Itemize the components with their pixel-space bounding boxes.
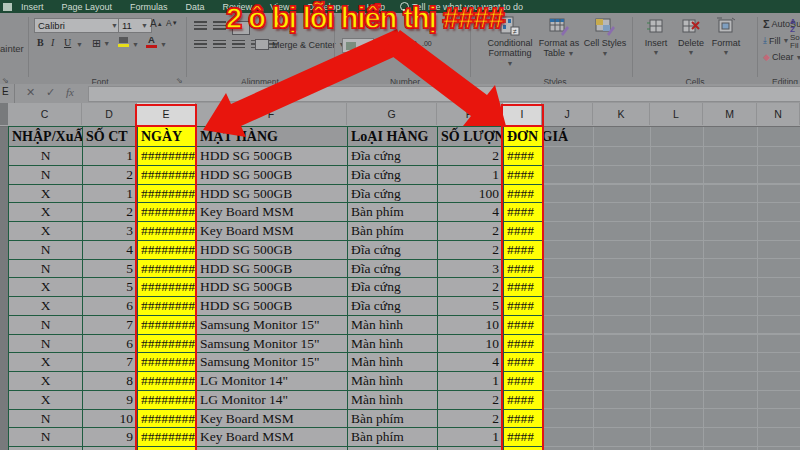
bold-button[interactable]: B (37, 37, 44, 48)
cell-so-ct-r13[interactable]: 8 (83, 372, 138, 391)
cell-so-ct-r14[interactable]: 9 (83, 391, 138, 410)
cell-nhap-xuat-r14[interactable]: X (9, 391, 83, 410)
header-cell-0[interactable]: NHẬP/XuẤT (9, 127, 83, 147)
formula-input[interactable] (88, 86, 800, 102)
cell-loai-hang-r4[interactable]: Bàn phím (348, 203, 438, 222)
cell-nhap-xuat-r13[interactable]: X (9, 372, 83, 391)
font-color-button[interactable]: A (146, 35, 157, 48)
cell-nhap-xuat-r2[interactable]: N (9, 166, 83, 185)
cell-mat-hang-r5[interactable]: Key Board MSM (197, 222, 348, 241)
column-header-g[interactable]: G (347, 103, 437, 125)
cell-so-luong-r10[interactable]: 10 (438, 316, 504, 335)
cell-loai-hang-r13[interactable]: Màn hình (348, 372, 438, 391)
ribbon-tab-page-layout[interactable]: Page Layout (53, 2, 122, 12)
underline-dropdown-icon[interactable]: ▼ (76, 41, 83, 48)
ribbon-tab-data[interactable]: Data (177, 2, 214, 12)
increase-decimal-button[interactable]: ←.0 (404, 40, 417, 47)
ribbon-tab-formulas[interactable]: Formulas (121, 2, 177, 12)
fill-button[interactable]: ⤓ Fill ▼ (763, 35, 789, 46)
cell-mat-hang-r14[interactable]: LG Monitor 14" (197, 391, 348, 410)
cell-so-luong-r7[interactable]: 3 (438, 260, 504, 279)
cell-mat-hang-r2[interactable]: HDD SG 500GB (197, 166, 348, 185)
column-header-l[interactable]: L (650, 103, 703, 125)
cell-styles-button[interactable]: Cell Styles ▼ (582, 16, 628, 59)
cell-so-luong-r2[interactable]: 1 (438, 166, 504, 185)
merge-center-button[interactable]: Merge & Center ▼ (255, 39, 345, 50)
cell-mat-hang-r3[interactable]: HDD SG 500GB (197, 185, 348, 204)
cell-nhap-xuat-r8[interactable]: X (9, 278, 83, 297)
cell-nhap-xuat-r11[interactable]: N (9, 335, 83, 354)
cell-loai-hang-r1[interactable]: Đĩa cứng (348, 147, 438, 166)
cell-so-luong-r3[interactable]: 100 (438, 185, 504, 204)
cell-so-ct-r9[interactable]: 6 (83, 297, 138, 316)
enter-icon[interactable]: ✓ (46, 86, 55, 99)
ribbon-tab-insert[interactable]: Insert (12, 2, 53, 12)
cell-so-luong-r6[interactable]: 2 (438, 241, 504, 260)
cell-mat-hang-r16[interactable]: Key Board MSM (197, 428, 348, 447)
cell-so-ct-r16[interactable]: 9 (83, 428, 138, 447)
column-header-n[interactable]: N (757, 103, 800, 125)
cell-nhap-xuat-r4[interactable]: X (9, 203, 83, 222)
cell-mat-hang-r12[interactable]: Samsung Monitor 15" (197, 353, 348, 372)
cell-mat-hang-r15[interactable]: Key Board MSM (197, 410, 348, 429)
cell-nhap-xuat-r7[interactable]: N (9, 260, 83, 279)
cell-so-ct-r15[interactable]: 10 (83, 410, 138, 429)
cell-mat-hang-r11[interactable]: Samsung Monitor 15" (197, 335, 348, 354)
header-cell-1[interactable]: SỐ CT (83, 127, 138, 147)
format-painter-fragment[interactable]: ainter (0, 43, 24, 54)
font-name-select[interactable]: Calibri ▼ (34, 18, 122, 33)
cell-so-luong-r14[interactable]: 2 (438, 391, 504, 410)
cell-loai-hang-r5[interactable]: Bàn phím (348, 222, 438, 241)
column-header-k[interactable]: K (593, 103, 650, 125)
cell-loai-hang-r3[interactable]: Đĩa cứng (348, 185, 438, 204)
italic-button[interactable]: I (51, 37, 54, 48)
cell-mat-hang-r13[interactable]: LG Monitor 14" (197, 372, 348, 391)
format-cells-button[interactable]: Format ▼ (707, 16, 745, 58)
cell-so-luong-r12[interactable]: 4 (438, 353, 504, 372)
column-header-j[interactable]: J (542, 103, 593, 125)
cell-nhap-xuat-r3[interactable]: X (9, 185, 83, 204)
cell-so-luong-r1[interactable]: 2 (438, 147, 504, 166)
cell-so-ct-r12[interactable]: 7 (83, 353, 138, 372)
cell-so-ct-r11[interactable]: 6 (83, 335, 138, 354)
cell-loai-hang-r14[interactable]: Màn hình (348, 391, 438, 410)
format-as-table-button[interactable]: Format as Table ▼ (536, 16, 582, 59)
cell-so-luong-r9[interactable]: 5 (438, 297, 504, 316)
cancel-icon[interactable]: ✕ (26, 86, 35, 99)
cell-so-luong-r4[interactable]: 4 (438, 203, 504, 222)
clear-button[interactable]: ◆ Clear ▼ (763, 52, 800, 62)
column-header-d[interactable]: D (82, 103, 137, 125)
insert-cells-button[interactable]: Insert ▼ (637, 16, 675, 58)
cell-mat-hang-r1[interactable]: HDD SG 500GB (197, 147, 348, 166)
percent-style-button[interactable]: % (374, 38, 383, 49)
cell-nhap-xuat-r1[interactable]: N (9, 147, 83, 166)
header-cell-4[interactable]: LoẠI HÀNG (348, 127, 438, 147)
column-header-c[interactable]: C (8, 103, 82, 125)
cell-nhap-xuat-r16[interactable]: N (9, 428, 83, 447)
cell-loai-hang-r7[interactable]: Đĩa cứng (348, 260, 438, 279)
borders-button[interactable]: ⊞▼ (92, 37, 110, 50)
cell-so-luong-r16[interactable]: 1 (438, 428, 504, 447)
cell-so-luong-r15[interactable]: 2 (438, 410, 504, 429)
decrease-decimal-button[interactable]: .00 (422, 40, 432, 47)
cell-nhap-xuat-r6[interactable]: N (9, 241, 83, 260)
grow-font-button[interactable]: A▲ (150, 18, 163, 29)
cell-loai-hang-r10[interactable]: Màn hình (348, 316, 438, 335)
cell-loai-hang-r6[interactable]: Đĩa cứng (348, 241, 438, 260)
cell-nhap-xuat-r9[interactable]: X (9, 297, 83, 316)
column-header-m[interactable]: M (703, 103, 757, 125)
fx-icon[interactable]: fx (66, 86, 74, 98)
cell-so-ct-r7[interactable]: 5 (83, 260, 138, 279)
shrink-font-button[interactable]: A▼ (166, 18, 178, 28)
cell-loai-hang-r2[interactable]: Đĩa cứng (348, 166, 438, 185)
fill-color-dropdown-icon[interactable]: ▼ (132, 41, 139, 48)
cell-mat-hang-r4[interactable]: Key Board MSM (197, 203, 348, 222)
number-format-select[interactable]: ▼ (342, 38, 374, 53)
cell-loai-hang-r16[interactable]: Bàn phím (348, 428, 438, 447)
cell-loai-hang-r12[interactable]: Màn hình (348, 353, 438, 372)
comma-style-button[interactable]: , (390, 36, 393, 47)
cell-so-ct-r6[interactable]: 4 (83, 241, 138, 260)
delete-cells-button[interactable]: Delete ▼ (672, 16, 710, 58)
cell-loai-hang-r15[interactable]: Bàn phím (348, 410, 438, 429)
font-color-dropdown-icon[interactable]: ▼ (160, 41, 167, 48)
